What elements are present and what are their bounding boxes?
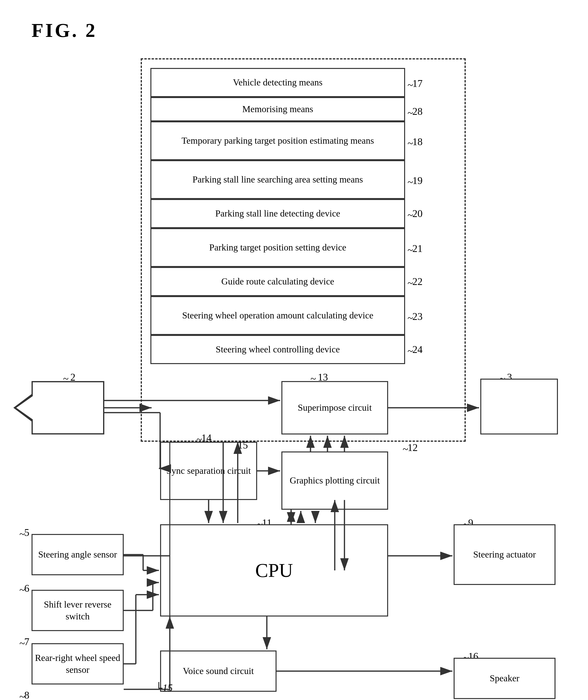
ref-7: 7 [24, 636, 29, 648]
ref-28: 28 [412, 106, 423, 117]
temporary-parking-block: Temporary parking target position estima… [150, 121, 405, 160]
ref-6: 6 [24, 583, 29, 594]
ref-21: 21 [412, 243, 423, 254]
parking-stall-searching-block: Parking stall line searching area settin… [150, 160, 405, 199]
figure-title: FIG. 2 [32, 19, 97, 41]
guide-route-block: Guide route calculating device [150, 267, 405, 296]
memorising-block: Memorising means [150, 97, 405, 121]
ref-19: 19 [412, 175, 423, 186]
parking-stall-detecting-block: Parking stall line detecting device [150, 199, 405, 228]
shift-lever-block: Shift lever reverse switch [32, 590, 124, 631]
speaker-block: Speaker [454, 658, 555, 699]
parking-target-block: Parking target position setting device [150, 228, 405, 267]
camera-block [32, 381, 104, 435]
steering-wheel-calc-block: Steering wheel operation amount calculat… [150, 296, 405, 335]
rear-right-block: Rear-right wheel speed sensor [32, 643, 124, 684]
ref-15-bottom: 15 [238, 439, 248, 451]
ref-15-label: └15 [155, 682, 173, 694]
ref-22: 22 [412, 276, 423, 287]
vehicle-detecting-block: Vehicle detecting means [150, 68, 405, 97]
ref-17: 17 [412, 78, 423, 89]
voice-sound-block: Voice sound circuit [160, 651, 277, 692]
graphics-plotting-block: Graphics plotting circuit [281, 452, 388, 510]
ref-20: 20 [412, 208, 423, 219]
steering-angle-block: Steering angle sensor [32, 534, 124, 575]
ref-5: 5 [24, 527, 29, 538]
steering-wheel-ctrl-block: Steering wheel controlling device [150, 335, 405, 364]
ref-12: 12 [408, 442, 418, 454]
cpu-block: CPU [160, 524, 388, 617]
ref-23: 23 [412, 311, 423, 322]
steering-actuator-block: Steering actuator [454, 524, 555, 585]
superimpose-block: Superimpose circuit [281, 381, 388, 435]
ref-8: 8 [24, 689, 29, 700]
monitor-block [480, 379, 558, 435]
ref-24: 24 [412, 344, 423, 356]
ref-18: 18 [412, 136, 423, 148]
